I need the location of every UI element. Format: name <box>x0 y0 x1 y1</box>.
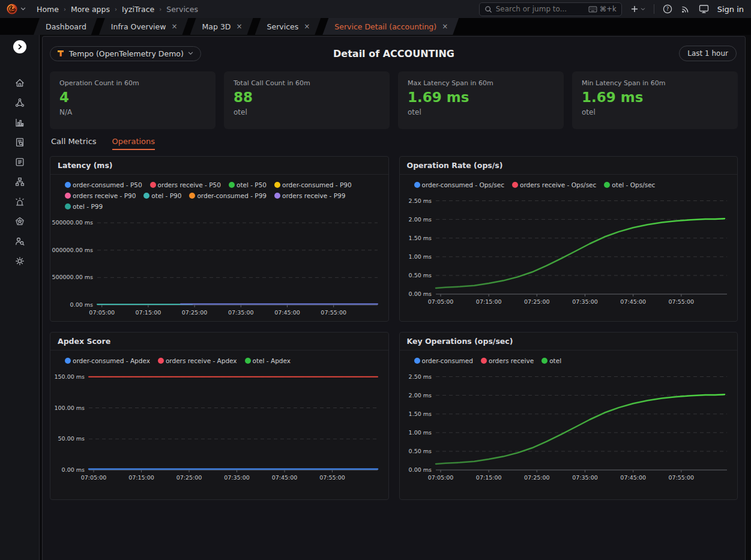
panel-key-operations: Key Operations (ops/sec) order-consumedo… <box>399 332 738 500</box>
close-icon[interactable]: × <box>442 22 448 31</box>
tempo-icon <box>56 49 65 58</box>
help-button[interactable]: ? <box>663 4 672 14</box>
news-button[interactable] <box>681 4 690 14</box>
legend-item[interactable]: orders receive - P50 <box>150 181 221 188</box>
legend-item[interactable]: orders receive - Apdex <box>158 357 237 364</box>
breadcrumb-more-apps[interactable]: More apps <box>71 5 110 14</box>
svg-text:07:55:00: 07:55:00 <box>321 309 346 316</box>
svg-text:2.00 ms: 2.00 ms <box>408 392 431 399</box>
infrastructure-icon[interactable] <box>14 176 25 187</box>
settings-gear-icon[interactable] <box>14 256 25 266</box>
grafana-logo-menu[interactable] <box>6 3 26 15</box>
panel-title[interactable]: Apdex Score <box>50 333 388 351</box>
panel-title[interactable]: Key Operations (ops/sec) <box>400 333 738 351</box>
chevron-down-icon <box>641 8 645 11</box>
legend-item[interactable]: order-consumed - P99 <box>189 192 267 199</box>
tab-call-metrics[interactable]: Call Metrics <box>51 137 97 150</box>
stat-sub-label: otel <box>408 108 554 116</box>
stat-title: Operation Count in 60m <box>59 79 206 87</box>
datasource-picker[interactable]: Tempo (OpenTelemetry Demo) <box>50 46 201 61</box>
tab-operations[interactable]: Operations <box>112 137 155 150</box>
key-operations-chart-canvas[interactable]: 2.50 ms2.00 ms1.50 ms1.00 ms0.50 ms0.00 … <box>401 367 731 487</box>
app-pentagon-icon[interactable] <box>14 216 25 227</box>
search-input[interactable] <box>496 5 585 13</box>
metric-tabs: Call Metrics Operations <box>51 137 738 150</box>
legend-item[interactable]: orders receive - Ops/sec <box>512 181 596 188</box>
plus-icon <box>630 5 639 13</box>
legend-item[interactable]: otel - Ops/sec <box>604 181 655 188</box>
tab-label: Services <box>267 22 299 31</box>
legend-color-dot <box>189 193 195 199</box>
close-icon[interactable]: × <box>171 22 177 31</box>
legend-item[interactable]: orders receive - P90 <box>65 192 136 199</box>
expand-sidebar-button[interactable] <box>13 40 26 53</box>
breadcrumb-home[interactable]: Home <box>37 5 59 14</box>
legend-item[interactable]: orders receive - P99 <box>274 192 345 199</box>
chevron-right-icon <box>16 43 23 50</box>
legend-color-dot <box>143 193 149 199</box>
new-dropdown-button[interactable] <box>630 5 645 13</box>
panel-title[interactable]: Operation Rate (ops/s) <box>400 157 738 175</box>
svg-text:1.00 ms: 1.00 ms <box>408 253 431 260</box>
alerting-icon[interactable] <box>14 196 25 207</box>
page-title: Detail of ACCOUNTING <box>333 48 454 59</box>
service-graph-icon[interactable] <box>14 97 25 108</box>
legend-item[interactable]: order-consumed - P90 <box>274 181 352 188</box>
tab-dashboard[interactable]: Dashboard <box>34 18 97 35</box>
tab-service-detail-accounting[interactable]: Service Detail (accounting) × <box>322 18 459 35</box>
legend-color-dot <box>65 182 71 188</box>
inventory-list-icon[interactable] <box>14 157 25 167</box>
svg-text:2.50 ms: 2.50 ms <box>408 197 431 204</box>
legend-item[interactable]: orders receive <box>481 357 534 364</box>
explore-icon[interactable] <box>14 137 25 148</box>
chart-legend: order-consumed - P50orders receive - P50… <box>50 175 388 211</box>
panel-apdex-score: Apdex Score order-consumed - Apdexorders… <box>50 332 389 500</box>
stat-title: Min Latency Span in 60m <box>582 79 728 87</box>
time-range-button[interactable]: Last 1 hour <box>679 46 737 61</box>
operation-rate-chart-canvas[interactable]: 2.50 ms2.00 ms1.50 ms1.00 ms0.50 ms0.00 … <box>401 191 731 311</box>
apdex-chart-canvas[interactable]: 150.00 ms100.00 ms50.00 ms0.00 ms07:05:0… <box>52 367 382 487</box>
svg-text:07:45:00: 07:45:00 <box>620 298 646 305</box>
svg-text:07:15:00: 07:15:00 <box>136 309 161 316</box>
svg-text:0.00 ms: 0.00 ms <box>408 291 431 297</box>
legend-item[interactable]: otel - P99 <box>65 203 103 210</box>
svg-text:500000.00 ms: 500000.00 ms <box>52 274 93 280</box>
home-icon[interactable] <box>14 77 25 88</box>
svg-text:07:15:00: 07:15:00 <box>475 298 501 305</box>
tab-map-3d[interactable]: Map 3D × <box>190 18 253 35</box>
legend-item[interactable]: otel - Apdex <box>245 357 291 364</box>
tab-label: Map 3D <box>202 22 231 31</box>
search-bar[interactable]: ⌘+k <box>479 2 622 16</box>
stat-sub-label: N/A <box>59 108 206 116</box>
legend-color-dot <box>245 358 251 364</box>
legend-item[interactable]: order-consumed - Apdex <box>65 357 150 364</box>
close-icon[interactable]: × <box>236 22 242 31</box>
svg-text:07:15:00: 07:15:00 <box>475 474 501 481</box>
help-icon: ? <box>663 4 672 14</box>
svg-text:07:25:00: 07:25:00 <box>182 309 208 316</box>
service-search-icon[interactable] <box>14 236 25 247</box>
sign-in-button[interactable]: Sign in <box>717 5 744 14</box>
dashboards-icon[interactable] <box>14 117 25 128</box>
legend-item[interactable]: otel - P90 <box>143 192 181 199</box>
tab-infra-overview[interactable]: Infra Overview × <box>99 18 189 35</box>
close-icon[interactable]: × <box>304 22 310 31</box>
legend-item[interactable]: order-consumed <box>414 357 473 364</box>
legend-item[interactable]: order-consumed - P50 <box>65 181 142 188</box>
legend-item[interactable]: otel - P50 <box>229 181 267 188</box>
legend-item[interactable]: order-consumed - Ops/sec <box>414 181 505 188</box>
tab-services[interactable]: Services × <box>255 18 321 35</box>
display-button[interactable] <box>699 4 709 14</box>
legend-item[interactable]: otel <box>541 357 561 364</box>
breadcrumb-iyzitrace[interactable]: IyziTrace <box>122 5 154 14</box>
monitor-icon <box>699 4 709 14</box>
latency-chart-canvas[interactable]: 1500000.00 ms1000000.00 ms500000.00 ms0.… <box>52 212 382 322</box>
svg-text:07:05:00: 07:05:00 <box>81 474 107 481</box>
content-area: Tempo (OpenTelemetry Demo) Detail of ACC… <box>40 35 751 560</box>
breadcrumb-separator: › <box>64 6 66 13</box>
svg-text:0.50 ms: 0.50 ms <box>408 272 431 278</box>
svg-text:150.00 ms: 150.00 ms <box>55 373 85 380</box>
panel-title[interactable]: Latency (ms) <box>50 157 388 175</box>
panel-latency: Latency (ms) order-consumed - P50orders … <box>50 156 389 322</box>
svg-text:07:05:00: 07:05:00 <box>89 309 115 316</box>
